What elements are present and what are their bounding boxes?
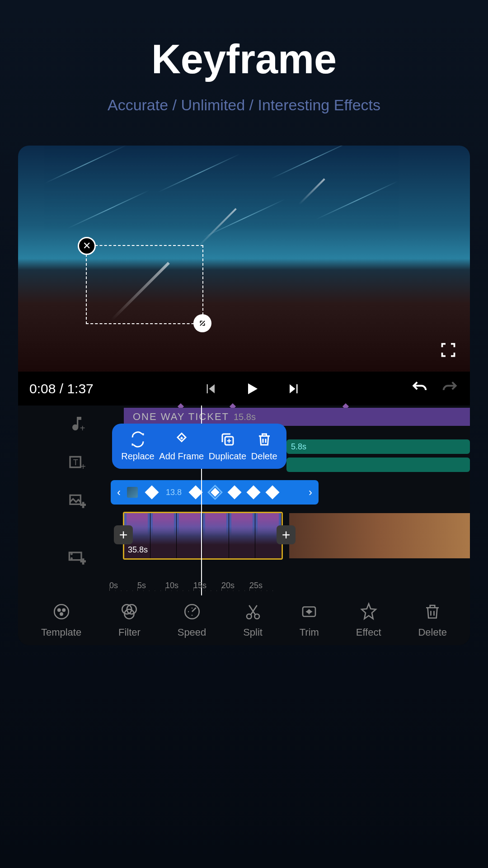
fullscreen-icon[interactable] (440, 342, 456, 358)
svg-text:+: + (80, 500, 86, 509)
keyframe-marker[interactable] (227, 485, 241, 499)
keyframe-clip-thumb (127, 487, 138, 498)
template-label: Template (41, 627, 81, 638)
speed-label: Speed (178, 627, 206, 638)
video-track-icon[interactable]: + (68, 548, 86, 566)
filter-tool[interactable]: Filter (118, 602, 141, 638)
trim-label: Trim (300, 627, 319, 638)
delete-label: Delete (251, 451, 277, 462)
keyframe-marker[interactable] (145, 485, 159, 499)
video-clip-2[interactable] (289, 513, 470, 558)
keyframe-duration: 13.8 (166, 488, 182, 497)
svg-text:+: + (80, 462, 86, 471)
delete-tool[interactable]: Delete (418, 602, 447, 638)
add-frame-label: Add Frame (159, 451, 204, 462)
video-clip-duration: 35.8s (128, 545, 148, 555)
play-button[interactable] (244, 381, 260, 397)
split-tool[interactable]: Split (243, 602, 263, 638)
replace-button[interactable]: Replace (121, 431, 154, 462)
trim-tool[interactable]: Trim (300, 602, 319, 638)
keyframe-marker-active[interactable] (207, 485, 223, 500)
bottom-toolbar: Template Filter Speed Split Trim Effect (18, 595, 470, 645)
page-subtitle: Accurate / Unlimited / Interesting Effec… (0, 96, 488, 114)
add-frame-button[interactable]: Add Frame (159, 431, 204, 462)
editor-container: ✕ 0:08 / 1:37 (18, 146, 470, 645)
keyframe-marker[interactable] (188, 485, 202, 499)
duplicate-label: Duplicate (209, 451, 246, 462)
image-track-icon[interactable]: + (68, 491, 86, 509)
keyframe-next-icon[interactable]: › (306, 486, 315, 499)
svg-text:+: + (80, 423, 85, 433)
effect-track-1[interactable]: 5.8s (286, 439, 470, 454)
keyframe-context-menu: Replace Add Frame Duplicate Delete (112, 424, 286, 469)
effect-track-label: 5.8s (291, 442, 306, 452)
audio-track-name: ONE WAY TICKET (133, 411, 229, 423)
resize-handle-icon[interactable] (193, 314, 211, 332)
keyframe-marker[interactable] (246, 485, 260, 499)
effect-track-2[interactable] (286, 458, 470, 472)
duplicate-button[interactable]: Duplicate (209, 431, 246, 462)
svg-point-13 (62, 609, 65, 611)
delete-tool-label: Delete (418, 627, 447, 638)
next-button[interactable] (287, 382, 301, 396)
prev-button[interactable] (203, 382, 217, 396)
video-clip[interactable]: 35.8s (123, 512, 283, 560)
effect-tool[interactable]: Effect (356, 602, 381, 638)
redo-button[interactable] (441, 379, 459, 398)
selection-box[interactable]: ✕ (86, 245, 203, 324)
effect-label: Effect (356, 627, 381, 638)
audio-track[interactable]: ONE WAY TICKET 15.8s (124, 408, 470, 426)
svg-point-11 (54, 604, 69, 619)
track-type-icons: + T+ + + (68, 415, 86, 566)
keyframe-prev-icon[interactable]: ‹ (114, 486, 123, 499)
svg-point-8 (71, 558, 72, 559)
svg-point-12 (58, 609, 60, 611)
keyframe-track[interactable]: ‹ 13.8 › (111, 480, 319, 505)
speed-tool[interactable]: Speed (178, 602, 206, 638)
time-ruler[interactable]: 0s···· 5s···· 10s···· 15s···· 20s···· 25… (109, 581, 470, 594)
undo-button[interactable] (411, 379, 428, 398)
delete-button[interactable]: Delete (251, 431, 277, 462)
music-track-icon[interactable]: + (68, 415, 86, 433)
audio-track-duration: 15.8s (234, 412, 256, 422)
timecode: 0:08 / 1:37 (29, 381, 94, 396)
filter-label: Filter (118, 627, 141, 638)
add-clip-after-button[interactable]: + (277, 525, 296, 544)
page-title: Keyframe (0, 0, 488, 83)
video-preview[interactable]: ✕ (18, 146, 470, 372)
svg-point-7 (71, 554, 72, 555)
timeline[interactable]: + T+ + + ONE WAY TICKET 15.8s 5.8s Repla… (18, 406, 470, 645)
svg-point-14 (60, 613, 62, 615)
text-track-icon[interactable]: T+ (68, 453, 86, 471)
svg-text:T: T (73, 458, 78, 467)
template-tool[interactable]: Template (41, 602, 81, 638)
close-icon[interactable]: ✕ (78, 237, 96, 255)
add-clip-before-button[interactable]: + (114, 525, 133, 544)
split-label: Split (243, 627, 263, 638)
svg-text:+: + (80, 557, 86, 566)
replace-label: Replace (121, 451, 154, 462)
keyframe-marker[interactable] (265, 485, 279, 499)
playback-bar: 0:08 / 1:37 (18, 372, 470, 406)
